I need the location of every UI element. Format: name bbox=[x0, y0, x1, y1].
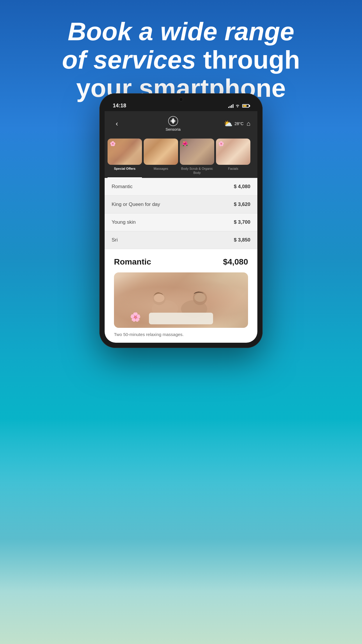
detail-service-price: $4,080 bbox=[223, 257, 248, 267]
back-button[interactable]: ‹ bbox=[112, 120, 122, 128]
detail-service-image: 🌸 bbox=[114, 272, 248, 328]
app-logo bbox=[168, 116, 178, 126]
status-icons bbox=[228, 104, 249, 108]
service-name-young-skin: Young skin bbox=[112, 219, 136, 225]
category-body-scrub[interactable]: 🌺 Body Scrub & Organic Body bbox=[180, 139, 214, 178]
body-scrub-thumb: 🌺 bbox=[180, 139, 214, 165]
service-name-romantic: Romantic bbox=[112, 184, 133, 190]
hero-title: Book a wide range of services through yo… bbox=[23, 18, 339, 102]
service-price-sri: $ 3,850 bbox=[234, 237, 250, 243]
detail-card: Romantic $4,080 bbox=[105, 249, 257, 343]
header-center: Sensoria bbox=[166, 116, 180, 132]
service-row-romantic[interactable]: Romantic $ 4,080 bbox=[105, 178, 257, 196]
home-button[interactable]: ⌂ bbox=[247, 120, 250, 127]
facials-label: Facials bbox=[227, 165, 240, 174]
service-price-king-queen: $ 3,620 bbox=[234, 202, 250, 207]
service-price-young-skin: $ 3,700 bbox=[234, 219, 250, 225]
svg-point-6 bbox=[194, 293, 205, 302]
detail-description: Two 50-minutes relaxing massages. bbox=[114, 332, 248, 337]
service-price-romantic: $ 4,080 bbox=[234, 184, 250, 190]
app-screen: ‹ Sensoria ⛅ 28°C ⌂ bbox=[105, 111, 257, 343]
phone-body: 14:18 bbox=[99, 93, 263, 348]
service-name-king-queen: King or Queen for day bbox=[112, 202, 160, 207]
weather-widget: ⛅ 28°C bbox=[224, 120, 243, 128]
status-bar: 14:18 bbox=[105, 99, 257, 111]
svg-rect-7 bbox=[149, 313, 213, 324]
service-row-king-queen[interactable]: King or Queen for day $ 3,620 bbox=[105, 196, 257, 214]
special-offers-thumb: 🌸 bbox=[108, 139, 142, 165]
battery-icon bbox=[242, 104, 249, 108]
wifi-icon bbox=[235, 104, 240, 108]
detail-flower-decoration: 🌸 bbox=[130, 312, 141, 322]
massages-label: Massages bbox=[152, 165, 169, 174]
service-row-young-skin[interactable]: Young skin $ 3,700 bbox=[105, 214, 257, 231]
category-massages[interactable]: Massages bbox=[144, 139, 178, 178]
category-facials[interactable]: 🌸 Facials bbox=[216, 139, 250, 178]
facials-thumb: 🌸 bbox=[216, 139, 250, 165]
hero-section: Book a wide range of services through yo… bbox=[0, 18, 362, 102]
temperature-display: 28°C bbox=[234, 121, 243, 126]
category-strip: 🌸 Special Offers Massages 🌺 Body Scrub &… bbox=[105, 136, 257, 178]
phone-frame: 14:18 bbox=[99, 93, 263, 348]
detail-service-name: Romantic bbox=[114, 257, 151, 267]
cloud-icon: ⛅ bbox=[224, 120, 233, 128]
camera-notch bbox=[179, 97, 183, 102]
body-scrub-label: Body Scrub & Organic Body bbox=[180, 165, 214, 178]
detail-header: Romantic $4,080 bbox=[114, 257, 248, 267]
service-name-sri: Sri bbox=[112, 237, 118, 243]
header-right: ⛅ 28°C ⌂ bbox=[224, 120, 250, 128]
app-header: ‹ Sensoria ⛅ 28°C ⌂ bbox=[105, 111, 257, 136]
status-time: 14:18 bbox=[113, 103, 126, 109]
special-offers-label: Special Offers bbox=[113, 165, 137, 174]
app-brand-label: Sensoria bbox=[166, 127, 180, 132]
svg-point-3 bbox=[154, 294, 164, 302]
category-special-offers[interactable]: 🌸 Special Offers bbox=[108, 139, 142, 178]
massages-thumb bbox=[144, 139, 178, 165]
signal-icon bbox=[228, 104, 233, 108]
service-list: Romantic $ 4,080 King or Queen for day $… bbox=[105, 178, 257, 249]
service-row-sri[interactable]: Sri $ 3,850 bbox=[105, 231, 257, 249]
